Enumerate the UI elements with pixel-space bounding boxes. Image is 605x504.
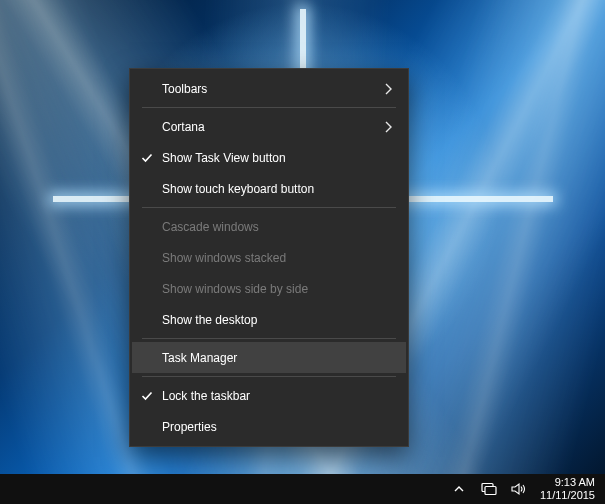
check-icon [132,152,162,164]
menu-item-lock-the-taskbar[interactable]: Lock the taskbar [132,380,406,411]
menu-item-show-windows-side-by-side: Show windows side by side [132,273,406,304]
monitor-icon [481,482,497,496]
menu-item-label: Show windows side by side [162,282,392,296]
menu-item-label: Cortana [162,120,384,134]
menu-item-label: Lock the taskbar [162,389,392,403]
speaker-icon [511,482,527,496]
menu-item-toolbars[interactable]: Toolbars [132,73,406,104]
tray-network-icon[interactable] [474,474,504,504]
menu-item-label: Properties [162,420,392,434]
taskbar-clock[interactable]: 9:13 AM 11/11/2015 [534,476,603,501]
chevron-up-icon [453,483,465,495]
tray-volume-icon[interactable] [504,474,534,504]
tray-overflow-button[interactable] [444,474,474,504]
menu-separator [142,338,396,339]
menu-item-show-task-view[interactable]: Show Task View button [132,142,406,173]
menu-item-label: Show windows stacked [162,251,392,265]
taskbar-context-menu: Toolbars Cortana Show Task View button S… [129,68,409,447]
menu-item-label: Show touch keyboard button [162,182,392,196]
system-tray: 9:13 AM 11/11/2015 [442,474,605,504]
menu-item-cascade-windows: Cascade windows [132,211,406,242]
menu-item-task-manager[interactable]: Task Manager [132,342,406,373]
menu-item-cortana[interactable]: Cortana [132,111,406,142]
check-icon [132,390,162,402]
taskbar[interactable]: 9:13 AM 11/11/2015 [0,474,605,504]
menu-item-label: Task Manager [162,351,392,365]
menu-item-label: Show Task View button [162,151,392,165]
menu-item-label: Toolbars [162,82,384,96]
menu-item-properties[interactable]: Properties [132,411,406,442]
menu-separator [142,207,396,208]
menu-item-show-windows-stacked: Show windows stacked [132,242,406,273]
menu-separator [142,107,396,108]
menu-item-show-the-desktop[interactable]: Show the desktop [132,304,406,335]
chevron-right-icon [384,121,392,133]
clock-date: 11/11/2015 [540,489,595,502]
svg-rect-1 [485,487,496,495]
menu-item-show-touch-keyboard[interactable]: Show touch keyboard button [132,173,406,204]
menu-separator [142,376,396,377]
chevron-right-icon [384,83,392,95]
menu-item-label: Show the desktop [162,313,392,327]
clock-time: 9:13 AM [555,476,595,489]
menu-item-label: Cascade windows [162,220,392,234]
